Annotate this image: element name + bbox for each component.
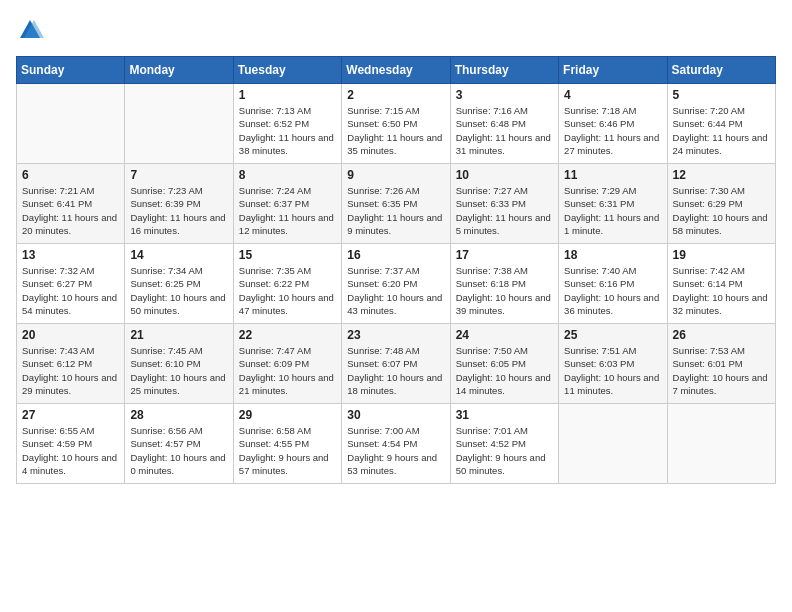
day-number: 4 <box>564 88 661 102</box>
day-info: Sunrise: 7:13 AM Sunset: 6:52 PM Dayligh… <box>239 104 336 157</box>
day-number: 3 <box>456 88 553 102</box>
weekday-header-thursday: Thursday <box>450 57 558 84</box>
calendar-cell: 7Sunrise: 7:23 AM Sunset: 6:39 PM Daylig… <box>125 164 233 244</box>
weekday-header-tuesday: Tuesday <box>233 57 341 84</box>
day-number: 20 <box>22 328 119 342</box>
day-info: Sunrise: 7:43 AM Sunset: 6:12 PM Dayligh… <box>22 344 119 397</box>
weekday-header-monday: Monday <box>125 57 233 84</box>
day-number: 26 <box>673 328 770 342</box>
day-number: 28 <box>130 408 227 422</box>
day-number: 19 <box>673 248 770 262</box>
day-info: Sunrise: 7:16 AM Sunset: 6:48 PM Dayligh… <box>456 104 553 157</box>
weekday-header-saturday: Saturday <box>667 57 775 84</box>
day-number: 9 <box>347 168 444 182</box>
calendar-cell: 10Sunrise: 7:27 AM Sunset: 6:33 PM Dayli… <box>450 164 558 244</box>
day-info: Sunrise: 7:50 AM Sunset: 6:05 PM Dayligh… <box>456 344 553 397</box>
calendar-cell: 16Sunrise: 7:37 AM Sunset: 6:20 PM Dayli… <box>342 244 450 324</box>
calendar-week-row: 13Sunrise: 7:32 AM Sunset: 6:27 PM Dayli… <box>17 244 776 324</box>
day-info: Sunrise: 7:21 AM Sunset: 6:41 PM Dayligh… <box>22 184 119 237</box>
calendar-cell: 19Sunrise: 7:42 AM Sunset: 6:14 PM Dayli… <box>667 244 775 324</box>
day-number: 30 <box>347 408 444 422</box>
logo <box>16 16 48 44</box>
day-info: Sunrise: 7:48 AM Sunset: 6:07 PM Dayligh… <box>347 344 444 397</box>
day-info: Sunrise: 7:01 AM Sunset: 4:52 PM Dayligh… <box>456 424 553 477</box>
calendar-cell <box>667 404 775 484</box>
calendar-cell: 5Sunrise: 7:20 AM Sunset: 6:44 PM Daylig… <box>667 84 775 164</box>
calendar-week-row: 6Sunrise: 7:21 AM Sunset: 6:41 PM Daylig… <box>17 164 776 244</box>
calendar-cell: 8Sunrise: 7:24 AM Sunset: 6:37 PM Daylig… <box>233 164 341 244</box>
calendar-cell: 3Sunrise: 7:16 AM Sunset: 6:48 PM Daylig… <box>450 84 558 164</box>
calendar-cell: 13Sunrise: 7:32 AM Sunset: 6:27 PM Dayli… <box>17 244 125 324</box>
day-number: 18 <box>564 248 661 262</box>
calendar-cell: 12Sunrise: 7:30 AM Sunset: 6:29 PM Dayli… <box>667 164 775 244</box>
day-number: 11 <box>564 168 661 182</box>
day-number: 14 <box>130 248 227 262</box>
day-number: 15 <box>239 248 336 262</box>
day-info: Sunrise: 7:45 AM Sunset: 6:10 PM Dayligh… <box>130 344 227 397</box>
calendar-cell: 14Sunrise: 7:34 AM Sunset: 6:25 PM Dayli… <box>125 244 233 324</box>
weekday-header-friday: Friday <box>559 57 667 84</box>
calendar-cell <box>125 84 233 164</box>
day-number: 23 <box>347 328 444 342</box>
day-number: 16 <box>347 248 444 262</box>
day-number: 2 <box>347 88 444 102</box>
calendar-cell: 2Sunrise: 7:15 AM Sunset: 6:50 PM Daylig… <box>342 84 450 164</box>
day-info: Sunrise: 6:58 AM Sunset: 4:55 PM Dayligh… <box>239 424 336 477</box>
calendar-cell: 17Sunrise: 7:38 AM Sunset: 6:18 PM Dayli… <box>450 244 558 324</box>
day-number: 5 <box>673 88 770 102</box>
day-info: Sunrise: 7:29 AM Sunset: 6:31 PM Dayligh… <box>564 184 661 237</box>
day-number: 7 <box>130 168 227 182</box>
day-info: Sunrise: 7:35 AM Sunset: 6:22 PM Dayligh… <box>239 264 336 317</box>
calendar-cell: 25Sunrise: 7:51 AM Sunset: 6:03 PM Dayli… <box>559 324 667 404</box>
calendar-cell: 31Sunrise: 7:01 AM Sunset: 4:52 PM Dayli… <box>450 404 558 484</box>
day-number: 25 <box>564 328 661 342</box>
day-info: Sunrise: 7:30 AM Sunset: 6:29 PM Dayligh… <box>673 184 770 237</box>
calendar-cell: 4Sunrise: 7:18 AM Sunset: 6:46 PM Daylig… <box>559 84 667 164</box>
day-info: Sunrise: 7:51 AM Sunset: 6:03 PM Dayligh… <box>564 344 661 397</box>
calendar-week-row: 27Sunrise: 6:55 AM Sunset: 4:59 PM Dayli… <box>17 404 776 484</box>
weekday-header-sunday: Sunday <box>17 57 125 84</box>
day-number: 31 <box>456 408 553 422</box>
calendar-cell: 21Sunrise: 7:45 AM Sunset: 6:10 PM Dayli… <box>125 324 233 404</box>
day-number: 10 <box>456 168 553 182</box>
day-info: Sunrise: 7:24 AM Sunset: 6:37 PM Dayligh… <box>239 184 336 237</box>
day-number: 27 <box>22 408 119 422</box>
day-info: Sunrise: 7:20 AM Sunset: 6:44 PM Dayligh… <box>673 104 770 157</box>
day-info: Sunrise: 7:42 AM Sunset: 6:14 PM Dayligh… <box>673 264 770 317</box>
day-info: Sunrise: 7:27 AM Sunset: 6:33 PM Dayligh… <box>456 184 553 237</box>
day-info: Sunrise: 7:38 AM Sunset: 6:18 PM Dayligh… <box>456 264 553 317</box>
day-number: 29 <box>239 408 336 422</box>
day-number: 24 <box>456 328 553 342</box>
day-info: Sunrise: 7:40 AM Sunset: 6:16 PM Dayligh… <box>564 264 661 317</box>
calendar-table: SundayMondayTuesdayWednesdayThursdayFrid… <box>16 56 776 484</box>
calendar-week-row: 20Sunrise: 7:43 AM Sunset: 6:12 PM Dayli… <box>17 324 776 404</box>
day-info: Sunrise: 7:23 AM Sunset: 6:39 PM Dayligh… <box>130 184 227 237</box>
weekday-header-row: SundayMondayTuesdayWednesdayThursdayFrid… <box>17 57 776 84</box>
calendar-cell: 1Sunrise: 7:13 AM Sunset: 6:52 PM Daylig… <box>233 84 341 164</box>
day-number: 12 <box>673 168 770 182</box>
day-number: 21 <box>130 328 227 342</box>
day-info: Sunrise: 7:26 AM Sunset: 6:35 PM Dayligh… <box>347 184 444 237</box>
day-info: Sunrise: 7:47 AM Sunset: 6:09 PM Dayligh… <box>239 344 336 397</box>
day-info: Sunrise: 7:32 AM Sunset: 6:27 PM Dayligh… <box>22 264 119 317</box>
calendar-cell: 26Sunrise: 7:53 AM Sunset: 6:01 PM Dayli… <box>667 324 775 404</box>
calendar-cell: 9Sunrise: 7:26 AM Sunset: 6:35 PM Daylig… <box>342 164 450 244</box>
day-info: Sunrise: 7:00 AM Sunset: 4:54 PM Dayligh… <box>347 424 444 477</box>
calendar-cell: 20Sunrise: 7:43 AM Sunset: 6:12 PM Dayli… <box>17 324 125 404</box>
day-info: Sunrise: 6:56 AM Sunset: 4:57 PM Dayligh… <box>130 424 227 477</box>
calendar-cell: 29Sunrise: 6:58 AM Sunset: 4:55 PM Dayli… <box>233 404 341 484</box>
day-number: 17 <box>456 248 553 262</box>
day-number: 1 <box>239 88 336 102</box>
day-number: 6 <box>22 168 119 182</box>
day-info: Sunrise: 7:53 AM Sunset: 6:01 PM Dayligh… <box>673 344 770 397</box>
calendar-cell: 27Sunrise: 6:55 AM Sunset: 4:59 PM Dayli… <box>17 404 125 484</box>
day-info: Sunrise: 6:55 AM Sunset: 4:59 PM Dayligh… <box>22 424 119 477</box>
day-number: 22 <box>239 328 336 342</box>
calendar-cell: 11Sunrise: 7:29 AM Sunset: 6:31 PM Dayli… <box>559 164 667 244</box>
calendar-cell: 22Sunrise: 7:47 AM Sunset: 6:09 PM Dayli… <box>233 324 341 404</box>
calendar-cell <box>17 84 125 164</box>
page-header <box>16 16 776 44</box>
calendar-cell: 6Sunrise: 7:21 AM Sunset: 6:41 PM Daylig… <box>17 164 125 244</box>
calendar-cell <box>559 404 667 484</box>
logo-icon <box>16 16 44 44</box>
